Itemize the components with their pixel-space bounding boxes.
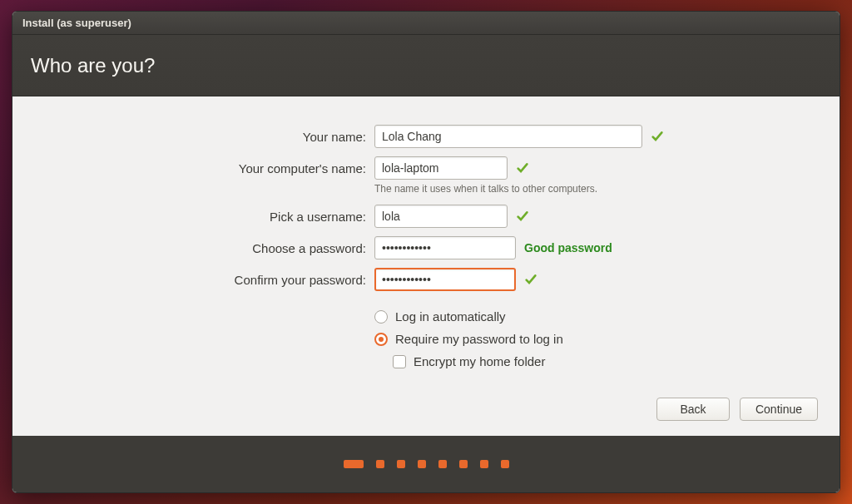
computer-name-hint: The name it uses when it talks to other … bbox=[374, 183, 815, 195]
option-label: Encrypt my home folder bbox=[414, 354, 545, 368]
confirm-password-input[interactable] bbox=[374, 268, 516, 291]
label-username: Pick a username: bbox=[37, 210, 366, 224]
label-computer: Your computer's name: bbox=[37, 161, 366, 175]
option-label: Log in automatically bbox=[395, 309, 506, 324]
progress-dot bbox=[376, 460, 384, 468]
progress-dot bbox=[501, 460, 509, 468]
progress-dot bbox=[344, 460, 364, 468]
option-label: Require my password to log in bbox=[395, 332, 563, 346]
progress-dot bbox=[459, 460, 468, 468]
check-icon bbox=[651, 130, 664, 143]
page-title: Who are you? bbox=[31, 54, 155, 77]
label-confirm: Confirm your password: bbox=[37, 273, 366, 287]
progress-dot bbox=[480, 460, 488, 468]
nav-buttons: Back Continue bbox=[656, 398, 818, 421]
continue-button[interactable]: Continue bbox=[740, 398, 818, 421]
label-name: Your name: bbox=[37, 130, 366, 144]
window-title: Install (as superuser) bbox=[22, 17, 131, 29]
progress-footer bbox=[12, 436, 840, 492]
window-titlebar[interactable]: Install (as superuser) bbox=[12, 12, 840, 35]
password-input[interactable] bbox=[374, 236, 516, 259]
label-password: Choose a password: bbox=[37, 241, 366, 255]
check-icon bbox=[524, 273, 537, 286]
option-require-password[interactable]: Require my password to log in bbox=[374, 332, 815, 346]
form-content: Your name: Your computer's name: The nam… bbox=[12, 96, 840, 436]
check-icon bbox=[516, 210, 529, 223]
progress-dot bbox=[418, 460, 426, 468]
option-encrypt-home[interactable]: Encrypt my home folder bbox=[393, 354, 815, 368]
radio-icon bbox=[374, 333, 388, 346]
check-icon bbox=[516, 161, 529, 175]
radio-icon bbox=[374, 310, 388, 324]
name-input[interactable] bbox=[374, 125, 642, 148]
progress-dot bbox=[438, 460, 447, 468]
computer-name-input[interactable] bbox=[374, 156, 508, 180]
username-input[interactable] bbox=[374, 205, 508, 228]
option-auto-login[interactable]: Log in automatically bbox=[374, 309, 815, 324]
installer-window: Install (as superuser) Who are you? Your… bbox=[12, 11, 840, 493]
password-strength: Good password bbox=[524, 241, 612, 254]
page-header: Who are you? bbox=[12, 35, 840, 96]
progress-dot bbox=[397, 460, 405, 468]
back-button[interactable]: Back bbox=[656, 398, 730, 421]
checkbox-icon bbox=[393, 355, 406, 368]
